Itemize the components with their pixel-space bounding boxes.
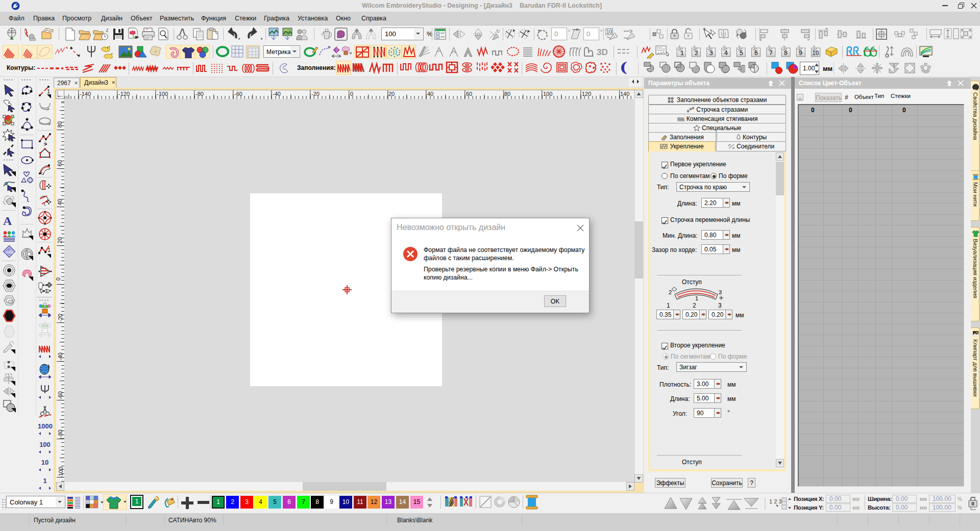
svg-text:9: 9 <box>799 49 802 57</box>
svg-text:7: 7 <box>769 49 773 57</box>
svg-text:ABc: ABc <box>5 249 14 255</box>
svg-text:1: 1 <box>47 247 51 253</box>
svg-text:3: 3 <box>719 289 722 295</box>
svg-text:1: 1 <box>680 49 684 57</box>
svg-text:2: 2 <box>669 289 672 295</box>
svg-text:1: 1 <box>47 88 50 94</box>
svg-text:1 2 3: 1 2 3 <box>769 498 781 504</box>
svg-text:3: 3 <box>709 49 713 57</box>
svg-text:5: 5 <box>740 49 743 57</box>
svg-text:i: i <box>972 89 977 91</box>
svg-text:2: 2 <box>695 49 698 57</box>
svg-text:1: 1 <box>695 295 698 301</box>
svg-text:4: 4 <box>724 49 728 57</box>
svg-text:A: A <box>3 214 12 227</box>
svg-text:6: 6 <box>754 49 758 57</box>
svg-text:10: 10 <box>606 29 612 35</box>
svg-text:8: 8 <box>784 49 788 57</box>
svg-text:3D: 3D <box>597 47 608 57</box>
svg-text:10: 10 <box>812 49 819 57</box>
